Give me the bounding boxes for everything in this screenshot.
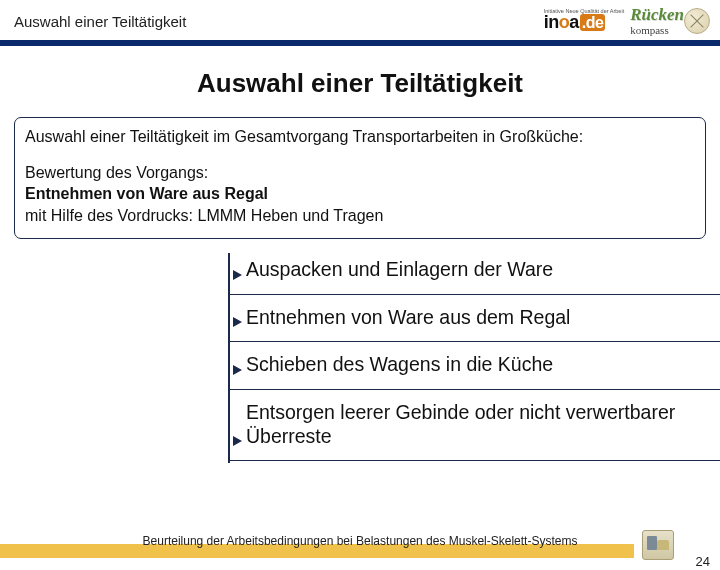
inqa-logo: Initiative Neue Qualität der Arbeit inoa… [544, 6, 624, 36]
steps-tree: Auspacken und Einlagern der Ware Entnehm… [228, 253, 720, 463]
slide-header: Auswahl einer Teiltätigkeit Initiative N… [0, 0, 720, 46]
rueckenkompass-logo: Rücken kompass [630, 6, 710, 36]
kompass-text: kompass [630, 24, 684, 36]
page-title: Auswahl einer Teiltätigkeit [0, 68, 720, 99]
context-box: Auswahl einer Teiltätigkeit im Gesamtvor… [14, 117, 706, 239]
footer-right: 24 [634, 532, 720, 570]
header-title: Auswahl einer Teiltätigkeit [14, 13, 186, 30]
footer-text: Beurteilung der Arbeitsbedingungen bei B… [0, 534, 720, 548]
inqa-logo-text: inoa.de [544, 12, 606, 32]
step-item: Entnehmen von Ware aus dem Regal [230, 295, 720, 342]
ruecken-text: Rücken [630, 5, 684, 24]
step-label: Entsorgen leerer Gebinde oder nicht verw… [246, 401, 675, 447]
arrow-right-icon [233, 365, 242, 375]
box-line-1: Auswahl einer Teiltätigkeit im Gesamtvor… [25, 126, 695, 148]
compass-icon [684, 8, 710, 34]
arrow-right-icon [233, 270, 242, 280]
arrow-right-icon [233, 317, 242, 327]
slide-footer: Beurteilung der Arbeitsbedingungen bei B… [0, 532, 720, 570]
workstation-icon [642, 530, 674, 560]
page-number: 24 [696, 554, 710, 569]
step-item: Auspacken und Einlagern der Ware [230, 253, 720, 294]
box-line-2c: mit Hilfe des Vordrucks: LMMM Heben und … [25, 205, 695, 227]
step-label: Auspacken und Einlagern der Ware [246, 258, 553, 280]
header-logos: Initiative Neue Qualität der Arbeit inoa… [544, 6, 710, 36]
step-item: Entsorgen leerer Gebinde oder nicht verw… [230, 390, 720, 462]
step-item: Schieben des Wagens in die Küche [230, 342, 720, 389]
arrow-right-icon [233, 436, 242, 446]
box-line-2a: Bewertung des Vorgangs: [25, 162, 695, 184]
step-label: Schieben des Wagens in die Küche [246, 353, 553, 375]
step-label: Entnehmen von Ware aus dem Regal [246, 306, 570, 328]
box-line-2b: Entnehmen von Ware aus Regal [25, 183, 695, 205]
